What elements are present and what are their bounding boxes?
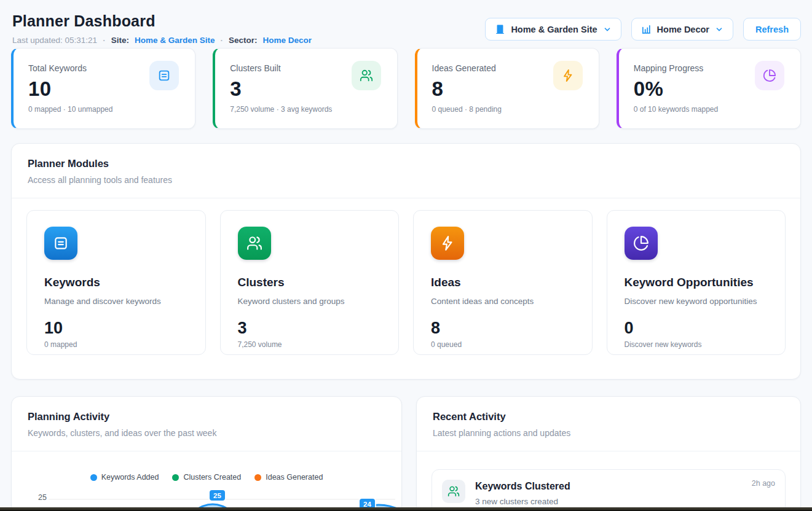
sector-selector-label: Home Decor — [657, 25, 709, 34]
recent-panel-title: Recent Activity — [433, 411, 784, 423]
site-selector-label: Home & Garden Site — [511, 25, 597, 34]
legend-dot-icon — [172, 474, 179, 481]
stat-card-clusters-built: Clusters Built 3 7,250 volume · 3 avg ke… — [213, 48, 397, 129]
legend-item-ideas-generated[interactable]: Ideas Generated — [254, 473, 323, 482]
stat-card-ideas-generated: Ideas Generated 8 0 queued · 8 pending — [415, 48, 599, 129]
legend-label: Clusters Created — [183, 473, 241, 482]
users-icon — [238, 227, 271, 260]
file-text-icon — [149, 61, 179, 90]
modules-panel-head: Planner Modules Access all planning tool… — [12, 144, 800, 185]
refresh-button[interactable]: Refresh — [743, 18, 801, 41]
module-detail: Discover new keywords — [625, 340, 768, 349]
activity-panel-title: Planning Activity — [28, 411, 385, 423]
sector-label: Sector: — [229, 36, 258, 45]
header-controls: Home & Garden Site Home Decor Refresh — [485, 18, 801, 41]
module-card-clusters[interactable]: Clusters Keyword clusters and groups 3 7… — [220, 210, 400, 355]
recent-panel-head: Recent Activity Latest planning actions … — [417, 397, 800, 438]
refresh-label: Refresh — [755, 25, 789, 34]
module-value: 0 — [625, 319, 768, 338]
activity-item-timestamp: 2h ago — [752, 479, 775, 488]
last-updated-text: Last updated: 05:31:21 — [12, 36, 97, 45]
modules-panel-subtitle: Access all planning tools and features — [28, 175, 784, 185]
legend-dot-icon — [254, 474, 261, 481]
building-icon — [495, 24, 505, 34]
recent-activity-panel: Recent Activity Latest planning actions … — [416, 396, 801, 511]
module-title: Ideas — [431, 276, 575, 289]
pie-chart-icon — [755, 61, 784, 90]
module-value: 3 — [238, 319, 382, 338]
module-description: Discover new keyword opportunities — [625, 297, 768, 306]
zap-icon — [553, 61, 583, 90]
module-title: Clusters — [238, 276, 382, 289]
modules-panel-title: Planner Modules — [28, 158, 784, 170]
zap-icon — [431, 227, 464, 260]
sector-link[interactable]: Home Decor — [262, 36, 312, 45]
stat-detail: 0 of 10 keywords mapped — [634, 105, 787, 114]
module-card-keyword-opportunities[interactable]: Keyword Opportunities Discover new keywo… — [607, 210, 786, 355]
module-description: Keyword clusters and groups — [238, 297, 382, 306]
users-icon — [442, 480, 465, 503]
stat-detail: 7,250 volume · 3 avg keywords — [230, 105, 383, 114]
module-card-ideas[interactable]: Ideas Content ideas and concepts 8 0 que… — [413, 210, 593, 355]
activity-item-body: Keywords Clustered 3 new clusters create… — [475, 480, 570, 509]
site-label: Site: — [111, 36, 129, 45]
pie-chart-icon — [625, 227, 658, 260]
meta-separator: · — [220, 36, 223, 45]
legend-item-clusters-created[interactable]: Clusters Created — [172, 473, 241, 482]
bar-chart-icon — [641, 24, 652, 34]
stat-card-mapping-progress: Mapping Progress 0% 0 of 10 keywords map… — [617, 48, 801, 129]
screen-edge-artifact — [0, 507, 812, 511]
page-title: Planner Dashboard — [12, 12, 156, 30]
module-detail: 0 queued — [431, 340, 575, 349]
chevron-down-icon — [715, 25, 723, 34]
activity-list-item[interactable]: Keywords Clustered 3 new clusters create… — [432, 469, 786, 511]
file-text-icon — [44, 227, 77, 260]
users-icon — [352, 61, 381, 90]
divider — [417, 451, 800, 451]
activity-panel-head: Planning Activity Keywords, clusters, an… — [12, 397, 401, 438]
modules-grid: Keywords Manage and discover keywords 10… — [12, 198, 800, 355]
legend-label: Keywords Added — [101, 473, 159, 482]
stat-detail: 0 queued · 8 pending — [432, 105, 585, 114]
activity-item-title: Keywords Clustered — [475, 481, 570, 492]
legend-label: Ideas Generated — [266, 473, 323, 482]
header-meta: Last updated: 05:31:21 · Site: Home & Ga… — [12, 36, 312, 45]
divider — [12, 451, 401, 451]
module-card-keywords[interactable]: Keywords Manage and discover keywords 10… — [26, 210, 206, 355]
legend-dot-icon — [90, 474, 97, 481]
legend-item-keywords-added[interactable]: Keywords Added — [90, 473, 159, 482]
module-detail: 7,250 volume — [238, 340, 382, 349]
meta-separator: · — [103, 36, 106, 45]
chevron-down-icon — [603, 25, 612, 34]
module-title: Keywords — [44, 276, 188, 289]
module-value: 10 — [44, 319, 188, 338]
planning-activity-panel: Planning Activity Keywords, clusters, an… — [11, 396, 402, 511]
site-selector-button[interactable]: Home & Garden Site — [485, 18, 621, 41]
sector-selector-button[interactable]: Home Decor — [631, 18, 733, 41]
site-link[interactable]: Home & Garden Site — [135, 36, 215, 45]
module-value: 8 — [431, 319, 575, 338]
module-title: Keyword Opportunities — [625, 276, 768, 289]
module-description: Content ideas and concepts — [431, 297, 575, 306]
planner-modules-panel: Planner Modules Access all planning tool… — [11, 143, 801, 380]
recent-panel-subtitle: Latest planning actions and updates — [433, 428, 784, 438]
stat-card-total-keywords: Total Keywords 10 0 mapped · 10 unmapped — [11, 48, 195, 129]
stats-row: Total Keywords 10 0 mapped · 10 unmapped… — [11, 48, 801, 129]
module-detail: 0 mapped — [44, 340, 188, 349]
chart-legend: Keywords Added Clusters Created Ideas Ge… — [12, 473, 401, 482]
activity-panel-subtitle: Keywords, clusters, and ideas over the p… — [28, 428, 385, 438]
data-point-badge: 25 — [210, 490, 225, 501]
stat-detail: 0 mapped · 10 unmapped — [28, 105, 181, 114]
module-description: Manage and discover keywords — [44, 297, 188, 306]
activity-item-description: 3 new clusters created — [475, 497, 570, 506]
